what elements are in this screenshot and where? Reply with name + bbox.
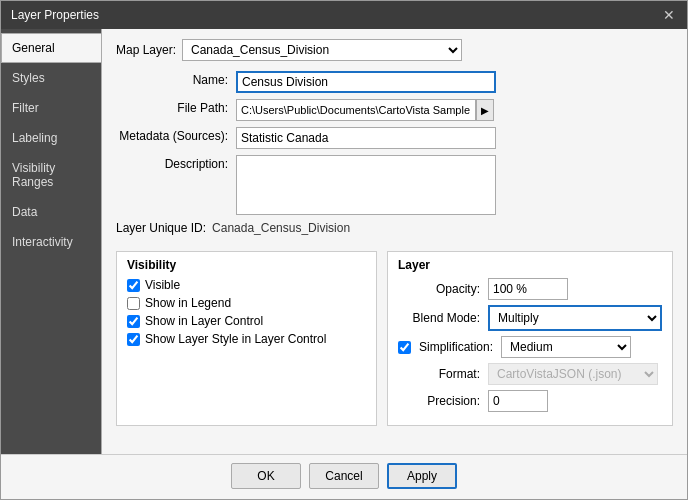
filepath-input[interactable] bbox=[236, 99, 476, 121]
name-row: Name: bbox=[116, 71, 673, 93]
filepath-row: File Path: ▶ bbox=[116, 99, 673, 121]
blend-mode-select[interactable]: Normal Multiply Screen Overlay Darken Li… bbox=[490, 307, 660, 329]
form-section: Name: File Path: ▶ Metadata (Sources): bbox=[116, 71, 673, 444]
simplification-row: Simplification: Low Medium High bbox=[398, 336, 662, 358]
show-layer-style-checkbox[interactable] bbox=[127, 333, 140, 346]
apply-button[interactable]: Apply bbox=[387, 463, 457, 489]
visibility-panel-title: Visibility bbox=[127, 258, 366, 272]
name-label: Name: bbox=[116, 71, 236, 87]
show-in-legend-row: Show in Legend bbox=[127, 296, 366, 310]
main-content: Map Layer: Canada_Census_Division Name: … bbox=[101, 29, 687, 454]
precision-row: Precision: bbox=[398, 390, 662, 412]
metadata-row: Metadata (Sources): bbox=[116, 127, 673, 149]
simplification-select[interactable]: Low Medium High bbox=[501, 336, 631, 358]
precision-input[interactable] bbox=[488, 390, 548, 412]
map-layer-row: Map Layer: Canada_Census_Division bbox=[116, 39, 673, 61]
opacity-row: Opacity: bbox=[398, 278, 662, 300]
blend-mode-select-wrapper: Normal Multiply Screen Overlay Darken Li… bbox=[488, 305, 662, 331]
opacity-input[interactable] bbox=[488, 278, 568, 300]
visible-checkbox[interactable] bbox=[127, 279, 140, 292]
ok-button[interactable]: OK bbox=[231, 463, 301, 489]
sidebar-item-labeling[interactable]: Labeling bbox=[1, 123, 101, 153]
format-row: Format: CartoVistaJSON (.json) bbox=[398, 363, 662, 385]
description-row: Description: bbox=[116, 155, 673, 215]
title-bar: Layer Properties ✕ bbox=[1, 1, 687, 29]
visibility-panel: Visibility Visible Show in Legend Show i… bbox=[116, 251, 377, 426]
simplification-label: Simplification: bbox=[416, 340, 501, 354]
sidebar-item-general[interactable]: General bbox=[1, 33, 102, 63]
close-button[interactable]: ✕ bbox=[661, 7, 677, 23]
metadata-input[interactable] bbox=[236, 127, 496, 149]
bottom-panels: Visibility Visible Show in Legend Show i… bbox=[116, 251, 673, 426]
filepath-browse-button[interactable]: ▶ bbox=[476, 99, 494, 121]
opacity-label: Opacity: bbox=[398, 282, 488, 296]
sidebar-item-visibility-ranges[interactable]: Visibility Ranges bbox=[1, 153, 101, 197]
blend-mode-label: Blend Mode: bbox=[398, 311, 488, 325]
map-layer-select[interactable]: Canada_Census_Division bbox=[182, 39, 462, 61]
unique-id-label: Layer Unique ID: bbox=[116, 221, 206, 235]
show-in-layer-control-label: Show in Layer Control bbox=[145, 314, 263, 328]
unique-id-row: Layer Unique ID: Canada_Census_Division bbox=[116, 221, 673, 235]
show-layer-style-row: Show Layer Style in Layer Control bbox=[127, 332, 366, 346]
format-label: Format: bbox=[398, 367, 488, 381]
map-layer-label: Map Layer: bbox=[116, 43, 176, 57]
sidebar-item-interactivity[interactable]: Interactivity bbox=[1, 227, 101, 257]
visible-label: Visible bbox=[145, 278, 180, 292]
cancel-button[interactable]: Cancel bbox=[309, 463, 379, 489]
dialog-footer: OK Cancel Apply bbox=[1, 454, 687, 499]
sidebar-item-styles[interactable]: Styles bbox=[1, 63, 101, 93]
sidebar-item-data[interactable]: Data bbox=[1, 197, 101, 227]
layer-properties-dialog: Layer Properties ✕ General Styles Filter… bbox=[0, 0, 688, 500]
precision-label: Precision: bbox=[398, 394, 488, 408]
layer-panel: Layer Opacity: Blend Mode: Normal bbox=[387, 251, 673, 426]
format-select: CartoVistaJSON (.json) bbox=[488, 363, 658, 385]
show-layer-style-label: Show Layer Style in Layer Control bbox=[145, 332, 326, 346]
sidebar: General Styles Filter Labeling Visibilit… bbox=[1, 29, 101, 454]
dialog-body: General Styles Filter Labeling Visibilit… bbox=[1, 29, 687, 454]
layer-panel-title: Layer bbox=[398, 258, 662, 272]
unique-id-value: Canada_Census_Division bbox=[212, 221, 350, 235]
show-in-legend-label: Show in Legend bbox=[145, 296, 231, 310]
blend-mode-row: Blend Mode: Normal Multiply Screen Overl… bbox=[398, 305, 662, 331]
metadata-label: Metadata (Sources): bbox=[116, 127, 236, 143]
name-input[interactable] bbox=[236, 71, 496, 93]
description-textarea[interactable] bbox=[236, 155, 496, 215]
sidebar-item-filter[interactable]: Filter bbox=[1, 93, 101, 123]
show-in-layer-control-checkbox[interactable] bbox=[127, 315, 140, 328]
show-in-legend-checkbox[interactable] bbox=[127, 297, 140, 310]
description-label: Description: bbox=[116, 155, 236, 171]
show-in-layer-control-row: Show in Layer Control bbox=[127, 314, 366, 328]
filepath-input-group: ▶ bbox=[236, 99, 494, 121]
dialog-title: Layer Properties bbox=[11, 8, 99, 22]
filepath-label: File Path: bbox=[116, 99, 236, 115]
visible-row: Visible bbox=[127, 278, 366, 292]
simplification-checkbox[interactable] bbox=[398, 341, 411, 354]
